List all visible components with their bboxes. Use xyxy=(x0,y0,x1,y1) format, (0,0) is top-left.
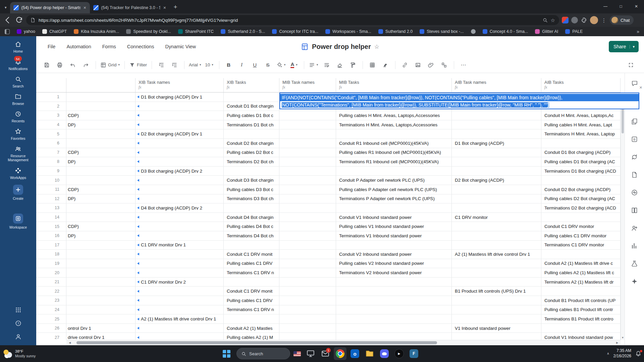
share-button[interactable]: Share ▾ xyxy=(609,41,639,52)
bookmark-item[interactable]: Sutherland 2.0 xyxy=(378,29,413,34)
cell-cut-r27[interactable]: drive control Drv 1 xyxy=(66,333,136,340)
taskbar-app-f1-app[interactable]: F xyxy=(408,347,420,360)
cell-cut-r15[interactable]: CDP) xyxy=(66,222,136,231)
row-number[interactable]: 26 xyxy=(36,324,66,333)
row-number[interactable]: 14 xyxy=(36,213,66,222)
language-flag-icon[interactable] xyxy=(293,351,301,356)
side-panel-icon[interactable] xyxy=(5,29,10,34)
extension-icon[interactable] xyxy=(562,17,569,23)
cell-mn-r20[interactable] xyxy=(279,268,336,277)
cell-link-button[interactable] xyxy=(438,60,450,70)
cell-mn-r18[interactable] xyxy=(279,250,336,259)
bookmark-item[interactable]: Steves sand box -... xyxy=(420,29,464,34)
cell-cut-r4[interactable]: DP) xyxy=(66,120,136,129)
sidebar-item-browse[interactable]: Browse xyxy=(12,93,24,106)
cell-an-r23[interactable] xyxy=(452,296,541,305)
cell-cut-r21[interactable] xyxy=(66,278,136,287)
bookmark-item[interactable]: SharePoint ITC xyxy=(178,29,214,34)
font-color-button[interactable]: A▾ xyxy=(288,60,301,70)
cell-an-r5[interactable] xyxy=(452,129,541,138)
column-header-mn[interactable]: MIB Task namesfx xyxy=(279,78,336,92)
column-header-xn[interactable]: XIB Task namesfx xyxy=(136,78,224,92)
cell-xn-r4[interactable] xyxy=(136,120,224,129)
column-header-mt[interactable]: MIB Tasksfx xyxy=(336,78,452,92)
cell-xn-r5[interactable]: D2 Bot charging (ACDP) Drv 1 xyxy=(136,129,224,138)
row-number[interactable]: 20 xyxy=(36,268,66,277)
insert-table-button[interactable] xyxy=(366,60,379,70)
cell-xn-r1[interactable]: D1 Bot charging (ACDP) Drv 1 xyxy=(136,93,224,102)
address-bar[interactable]: https://app.smartsheet.com/sheets/6Rm2HR… xyxy=(26,15,559,25)
cell-mn-r8[interactable] xyxy=(279,157,336,166)
taskbar-app-discord[interactable] xyxy=(378,347,391,360)
row-number[interactable]: 18 xyxy=(36,250,66,259)
row-number[interactable]: 4 xyxy=(36,120,66,129)
cell-xn-r8[interactable] xyxy=(136,157,224,166)
menu-item-file[interactable]: File xyxy=(48,44,55,49)
bold-button[interactable]: B xyxy=(222,60,235,70)
cell-mn-r11[interactable] xyxy=(279,185,336,194)
cell-xt-r26[interactable]: Conduit A2 (1) Mastles xyxy=(224,324,279,333)
fill-color-button[interactable]: ▾ xyxy=(275,60,287,70)
cell-xn-r18[interactable] xyxy=(136,250,224,259)
cell-xn-r12[interactable] xyxy=(136,194,224,203)
cell-xt-r9[interactable] xyxy=(224,167,279,176)
start-button-icon[interactable] xyxy=(223,350,230,358)
cell-xt-r25[interactable] xyxy=(224,314,279,323)
cell-xt-r10[interactable]: Conduit D3 Bot chargin xyxy=(224,176,279,185)
update-requests-button[interactable] xyxy=(631,148,638,166)
indent-button[interactable] xyxy=(168,60,181,70)
sidebar-item-home[interactable]: Home xyxy=(13,41,23,53)
cell-mt-r12[interactable]: Terminations P Adapter cell newtork PLC … xyxy=(336,194,452,203)
tab-close-icon[interactable]: ✕ xyxy=(83,6,86,10)
cell-at-r14[interactable] xyxy=(541,213,621,222)
row-number[interactable]: 11 xyxy=(36,185,66,194)
browser-menu-icon[interactable]: ⋮ xyxy=(601,18,606,23)
cell-an-r12[interactable] xyxy=(452,194,541,203)
cell-mn-r24[interactable] xyxy=(279,305,336,314)
taskbar-app-desktop[interactable] xyxy=(304,347,317,360)
cell-at-r19[interactable]: Conduit A2 (1) Mastless lift drive c xyxy=(541,259,621,268)
cell-xn-r14[interactable] xyxy=(136,213,224,222)
cell-mt-r4[interactable]: Terminations H Mint. Areas, Laptops,Acce… xyxy=(336,120,452,129)
help-icon[interactable]: ? xyxy=(15,320,21,326)
bookmark-item[interactable] xyxy=(471,29,476,34)
cell-mn-r22[interactable] xyxy=(279,287,336,296)
cell-an-r10[interactable]: D2 Bot charging (ACDP) xyxy=(452,176,541,185)
cell-at-r27[interactable]: Conduit V1 Inbound standard pow xyxy=(541,333,621,340)
cell-cut-r19[interactable] xyxy=(66,259,136,268)
expand-icon[interactable] xyxy=(625,60,637,70)
row-number[interactable]: 12 xyxy=(36,194,66,203)
cell-mt-r24[interactable] xyxy=(336,305,452,314)
wrap-text-button[interactable] xyxy=(320,60,333,70)
bookmark-item[interactable]: yahoo xyxy=(17,29,35,34)
row-number[interactable]: 7 xyxy=(36,148,66,157)
cell-an-r8[interactable] xyxy=(452,157,541,166)
cell-xt-r17[interactable] xyxy=(224,241,279,250)
cell-an-r13[interactable] xyxy=(452,203,541,213)
cell-mn-r19[interactable] xyxy=(279,259,336,268)
cell-xt-r20[interactable]: Terminations C1 DRV n xyxy=(224,268,279,277)
cell-xn-r22[interactable] xyxy=(136,287,224,296)
cell-at-r13[interactable]: Terminations D2 Bot charging (ACD xyxy=(541,203,621,213)
cell-xt-r22[interactable]: Conduit C1 DRV monit xyxy=(224,287,279,296)
cell-at-r3[interactable]: Conduit H Mint. Areas, Laptops,Ac xyxy=(541,111,621,120)
cell-cut-r11[interactable]: CDP) xyxy=(66,185,136,194)
cell-cut-r12[interactable]: DP) xyxy=(66,194,136,203)
bookmark-item[interactable]: ChatGPT xyxy=(42,29,67,34)
cell-at-r23[interactable]: Conduit B1 Product lift controls (UP xyxy=(541,296,621,305)
cell-mn-r21[interactable] xyxy=(279,278,336,287)
cell-xn-r7[interactable] xyxy=(136,148,224,157)
formula-editor[interactable]: IF(AND(NOT(CONTAINS("Conduit", [MIB Main… xyxy=(279,93,639,109)
cell-at-r24[interactable]: Pulling cables B1 Product lift contr xyxy=(541,305,621,314)
cell-mt-r7[interactable]: Pulling cables R1 Inbound cell (MCP0001)… xyxy=(336,148,452,157)
cell-mt-r26[interactable] xyxy=(336,324,452,333)
notifications-bell-icon[interactable] xyxy=(635,351,641,357)
view-selector-button[interactable]: Grid▾ xyxy=(99,60,121,70)
cell-cut-r23[interactable] xyxy=(66,296,136,305)
taskbar-app-outlook[interactable]: o xyxy=(348,347,361,360)
cell-mt-r22[interactable] xyxy=(336,287,452,296)
scroll-down-icon[interactable]: ▼ xyxy=(621,337,625,339)
cell-mt-r8[interactable]: Terminations R1 Inbound cell (MCP0001)(4… xyxy=(336,157,452,166)
cell-cut-r18[interactable] xyxy=(66,250,136,259)
taskbar-app-media-player[interactable]: ▶ xyxy=(393,347,406,360)
